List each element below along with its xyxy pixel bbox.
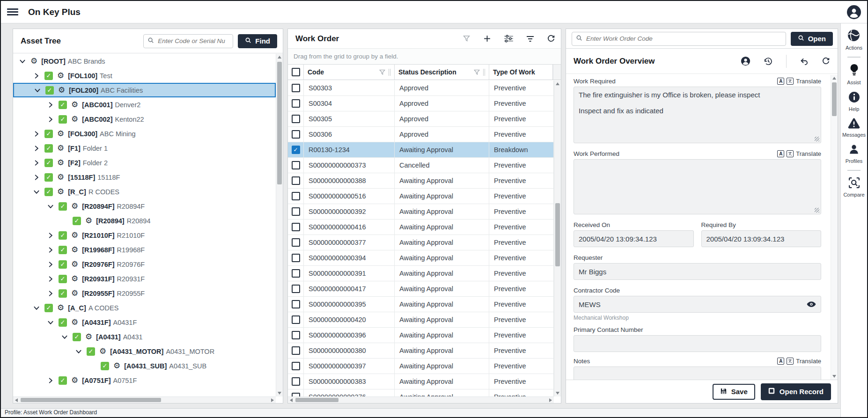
scroll-up-button[interactable] xyxy=(276,54,283,60)
tree-node-a0431f[interactable]: ✓⚙︎[A0431F]A0431F xyxy=(13,315,276,330)
user-avatar[interactable] xyxy=(847,5,861,19)
tree-node-r20976f[interactable]: ✓⚙︎[R20976F]R20976F xyxy=(13,257,276,271)
row-checkbox[interactable] xyxy=(292,393,300,396)
scrollbar-thumb[interactable] xyxy=(21,398,161,402)
chevron-right-icon[interactable] xyxy=(46,377,55,384)
tree-node-root[interactable]: ⚙︎[ROOT]ABC Brands xyxy=(13,54,276,68)
work-order-row[interactable]: S00000000000376Awaiting ApprovalPreventi… xyxy=(288,389,554,396)
tree-checkbox[interactable]: ✓ xyxy=(44,188,53,196)
row-checkbox[interactable]: ✓ xyxy=(292,146,300,154)
tree-checkbox[interactable]: ✓ xyxy=(44,130,53,138)
translate-button[interactable]: A Translate xyxy=(777,358,821,365)
row-checkbox[interactable] xyxy=(292,285,300,293)
chevron-right-icon[interactable] xyxy=(46,247,55,253)
chevron-down-icon[interactable] xyxy=(32,189,41,195)
chevron-right-icon[interactable] xyxy=(46,102,55,108)
row-checkbox[interactable] xyxy=(292,254,300,262)
required-by-field[interactable]: 2005/04/20 13:09:34.123 xyxy=(701,230,822,247)
tree-checkbox[interactable]: ✓ xyxy=(59,202,67,211)
chevron-down-icon[interactable] xyxy=(74,348,83,355)
work-order-row[interactable]: S00000000000395Awaiting ApprovalPreventi… xyxy=(288,297,554,312)
tree-horizontal-scrollbar[interactable] xyxy=(13,396,276,403)
overview-vertical-scrollbar[interactable] xyxy=(831,75,838,380)
tree-vertical-scrollbar[interactable] xyxy=(276,54,283,396)
undo-icon[interactable] xyxy=(800,58,809,65)
tree-node-a0431[interactable]: ✓⚙︎[A0431]A0431 xyxy=(13,330,276,344)
scroll-left-button[interactable] xyxy=(13,397,20,403)
translate-button[interactable]: A Translate xyxy=(777,78,821,85)
tree-checkbox[interactable]: ✓ xyxy=(101,362,109,370)
resize-handle[interactable] xyxy=(815,137,819,141)
row-checkbox[interactable] xyxy=(292,99,300,108)
row-checkbox[interactable] xyxy=(292,269,300,278)
tree-node-r21010f[interactable]: ✓⚙︎[R21010F]R21010F xyxy=(13,228,276,242)
column-header-type[interactable]: Type Of Work xyxy=(489,65,553,80)
table-horizontal-scrollbar[interactable] xyxy=(288,396,554,403)
row-checkbox[interactable] xyxy=(292,130,300,139)
row-checkbox[interactable] xyxy=(292,115,300,123)
chevron-right-icon[interactable] xyxy=(32,174,41,181)
scroll-up-button[interactable] xyxy=(831,75,838,81)
work-order-code-input[interactable] xyxy=(585,35,782,43)
primary-contact-field[interactable] xyxy=(574,335,821,352)
tree-node-fol200[interactable]: ✓⚙︎[FOL200]ABC Facilities xyxy=(13,83,276,97)
filter-lines-icon[interactable] xyxy=(526,36,534,42)
sidebar-item-profiles[interactable]: Profiles xyxy=(846,144,863,164)
filter-funnel-icon[interactable] xyxy=(473,69,480,76)
filter-funnel-icon[interactable] xyxy=(463,35,471,43)
tree-node-15118f[interactable]: ✓⚙︎[15118F]15118F xyxy=(13,170,276,184)
scroll-down-button[interactable] xyxy=(831,373,838,380)
column-header-code[interactable]: Code xyxy=(304,65,395,80)
tree-checkbox[interactable]: ✓ xyxy=(44,159,53,167)
sidebar-item-messages[interactable]: Messages xyxy=(842,118,866,138)
contractor-code-field[interactable]: MEWS xyxy=(574,296,821,313)
work-order-row[interactable]: S00000000000420Awaiting ApprovalPreventi… xyxy=(288,312,554,328)
tree-checkbox[interactable]: ✓ xyxy=(45,86,54,95)
tree-checkbox[interactable]: ✓ xyxy=(59,275,67,283)
group-by-bar[interactable]: Drag from the grid to group by a field. xyxy=(288,49,561,65)
work-order-row[interactable]: S00304ApprovedPreventive xyxy=(288,96,554,111)
row-checkbox[interactable] xyxy=(292,176,300,185)
chevron-down-icon[interactable] xyxy=(60,334,69,340)
tree-node-a0431_motor[interactable]: ✓⚙︎[A0431_MOTOR]A0431_MOTOR xyxy=(13,344,276,359)
requester-field[interactable]: Mr Biggs xyxy=(574,263,821,280)
row-checkbox[interactable] xyxy=(292,192,300,200)
sidebar-item-actions[interactable]: Actions xyxy=(846,29,862,51)
tree-checkbox[interactable]: ✓ xyxy=(87,347,95,356)
tree-checkbox[interactable]: ✓ xyxy=(59,376,67,385)
row-checkbox[interactable] xyxy=(292,331,300,339)
table-vertical-scrollbar[interactable] xyxy=(554,81,561,396)
chevron-down-icon[interactable] xyxy=(18,58,27,65)
chevron-right-icon[interactable] xyxy=(46,232,55,239)
tree-node-f1[interactable]: ✓⚙︎[F1]Folder 1 xyxy=(13,141,276,155)
row-checkbox[interactable] xyxy=(292,362,300,370)
tree-node-r19968f[interactable]: ✓⚙︎[R19968F]R19968F xyxy=(13,242,276,257)
work-order-row[interactable]: S00000000000388Awaiting ApprovalPreventi… xyxy=(288,173,554,189)
scroll-left-button[interactable] xyxy=(288,397,294,403)
column-settings-icon[interactable] xyxy=(504,35,514,43)
received-on-field[interactable]: 2005/04/20 13:09:34.123 xyxy=(574,230,694,247)
save-button[interactable]: Save xyxy=(713,384,755,400)
row-checkbox[interactable] xyxy=(292,84,300,92)
work-order-row[interactable]: S00000000000391Awaiting ApprovalPreventi… xyxy=(288,266,554,281)
row-checkbox[interactable] xyxy=(292,207,300,216)
scrollbar-thumb[interactable] xyxy=(555,203,560,266)
work-order-row[interactable]: S00000000000416Awaiting ApprovalPreventi… xyxy=(288,220,554,235)
tree-checkbox[interactable]: ✓ xyxy=(73,333,81,341)
add-icon[interactable] xyxy=(483,35,491,43)
tree-checkbox[interactable]: ✓ xyxy=(59,289,67,298)
select-all-checkbox[interactable] xyxy=(292,68,300,76)
filter-funnel-icon[interactable] xyxy=(379,69,386,76)
scroll-right-button[interactable] xyxy=(269,397,276,403)
scrollbar-thumb[interactable] xyxy=(832,82,837,116)
tree-checkbox[interactable]: ✓ xyxy=(59,246,67,254)
row-checkbox[interactable] xyxy=(292,223,300,231)
scrollbar-thumb[interactable] xyxy=(277,62,282,184)
work-order-row[interactable]: S00000000000373CancelledPreventive xyxy=(288,158,554,173)
scroll-down-button[interactable] xyxy=(276,390,283,396)
chevron-right-icon[interactable] xyxy=(46,116,55,123)
refresh-icon[interactable] xyxy=(822,57,830,66)
resize-handle[interactable] xyxy=(815,208,819,213)
work-order-row[interactable]: S00000000000516Awaiting ApprovalPreventi… xyxy=(288,189,554,204)
column-resize-handle[interactable] xyxy=(389,69,390,76)
